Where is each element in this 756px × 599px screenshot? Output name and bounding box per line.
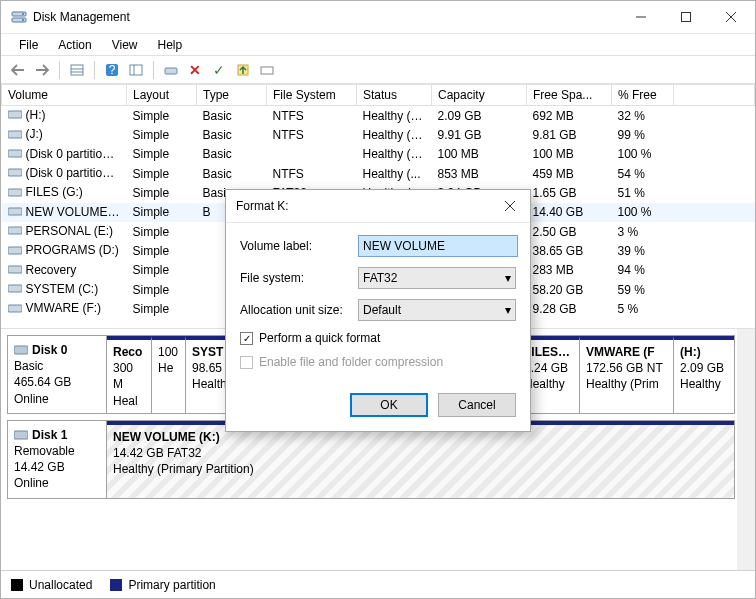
allocation-unit-select[interactable]: Default▾ — [358, 299, 516, 321]
svg-rect-18 — [8, 150, 22, 157]
svg-rect-15 — [261, 67, 273, 74]
disk0-header[interactable]: Disk 0 Basic 465.64 GB Online — [7, 335, 107, 414]
legend-unallocated: Unallocated — [11, 578, 92, 592]
column-header[interactable]: Type — [197, 85, 267, 106]
menubar: File Action View Help — [1, 34, 755, 56]
column-header[interactable]: Status — [357, 85, 432, 106]
view-list-icon[interactable] — [66, 59, 88, 81]
file-system-label: File system: — [240, 271, 358, 285]
svg-rect-28 — [14, 431, 28, 439]
attach-icon[interactable] — [232, 59, 254, 81]
svg-rect-5 — [681, 13, 690, 22]
svg-rect-27 — [14, 346, 28, 354]
menu-file[interactable]: File — [9, 36, 48, 54]
check-icon: ✓ — [240, 332, 253, 345]
window-title: Disk Management — [33, 10, 618, 24]
ok-button[interactable]: OK — [350, 393, 428, 417]
table-row[interactable]: (Disk 0 partition 5)SimpleBasicNTFSHealt… — [2, 164, 755, 183]
cancel-button[interactable]: Cancel — [438, 393, 516, 417]
forward-button[interactable] — [31, 59, 53, 81]
svg-text:?: ? — [109, 63, 116, 77]
legend-primary: Primary partition — [110, 578, 215, 592]
checkbox-empty-icon — [240, 356, 253, 369]
settings-icon[interactable] — [125, 59, 147, 81]
format-dialog: Format K: Volume label: File system: FAT… — [225, 189, 531, 432]
volume-label-label: Volume label: — [240, 239, 358, 253]
svg-rect-19 — [8, 169, 22, 176]
app-icon — [11, 9, 27, 25]
svg-rect-16 — [8, 111, 22, 118]
column-header[interactable]: Capacity — [432, 85, 527, 106]
dialog-title: Format K: — [236, 199, 498, 213]
column-header[interactable] — [674, 85, 755, 106]
partition-box[interactable]: VMWARE (F172.56 GB NTHealthy (Prim — [580, 336, 674, 413]
table-row[interactable]: (Disk 0 partition 2)SimpleBasicHealthy (… — [2, 145, 755, 164]
chevron-down-icon: ▾ — [505, 303, 511, 317]
svg-point-3 — [22, 19, 24, 21]
allocation-unit-label: Allocation unit size: — [240, 303, 358, 317]
svg-rect-25 — [8, 285, 22, 292]
column-header[interactable]: Volume — [2, 85, 127, 106]
titlebar: Disk Management — [1, 1, 755, 34]
column-header[interactable]: Layout — [127, 85, 197, 106]
svg-rect-11 — [130, 65, 142, 75]
svg-rect-6 — [71, 65, 83, 75]
svg-point-2 — [22, 13, 24, 15]
dialog-close-button[interactable] — [498, 196, 522, 216]
menu-view[interactable]: View — [102, 36, 148, 54]
legend: Unallocated Primary partition — [1, 570, 755, 598]
disk-icon[interactable] — [160, 59, 182, 81]
close-button[interactable] — [708, 3, 753, 32]
quick-format-checkbox[interactable]: ✓ Perform a quick format — [240, 331, 516, 345]
table-row[interactable]: (J:)SimpleBasicNTFSHealthy (P...9.91 GB9… — [2, 125, 755, 144]
back-button[interactable] — [7, 59, 29, 81]
svg-rect-13 — [165, 68, 177, 74]
menu-action[interactable]: Action — [48, 36, 101, 54]
disk1-header[interactable]: Disk 1 Removable 14.42 GB Online — [7, 420, 107, 499]
toolbar: ? ✕ ✓ — [1, 56, 755, 84]
partition-box[interactable]: (H:)2.09 GBHealthy — [674, 336, 734, 413]
column-header[interactable]: % Free — [612, 85, 674, 106]
chevron-down-icon: ▾ — [505, 271, 511, 285]
compression-checkbox: Enable file and folder compression — [240, 355, 516, 369]
menu-help[interactable]: Help — [148, 36, 193, 54]
partition-new-volume-k[interactable]: NEW VOLUME (K:) 14.42 GB FAT32 Healthy (… — [107, 421, 734, 498]
minimize-button[interactable] — [618, 3, 663, 32]
disk-management-window: Disk Management File Action View Help ? … — [0, 0, 756, 599]
svg-rect-22 — [8, 227, 22, 234]
column-header[interactable]: Free Spa... — [527, 85, 612, 106]
volume-label-input[interactable] — [358, 235, 518, 257]
column-header[interactable]: File System — [267, 85, 357, 106]
partition-box[interactable]: Reco300 MHeal — [107, 336, 152, 413]
delete-icon[interactable]: ✕ — [184, 59, 206, 81]
check-icon[interactable]: ✓ — [208, 59, 230, 81]
help-icon[interactable]: ? — [101, 59, 123, 81]
svg-rect-24 — [8, 266, 22, 273]
svg-rect-20 — [8, 189, 22, 196]
svg-rect-17 — [8, 131, 22, 138]
file-system-select[interactable]: FAT32▾ — [358, 267, 516, 289]
maximize-button[interactable] — [663, 3, 708, 32]
svg-rect-26 — [8, 305, 22, 312]
svg-rect-23 — [8, 247, 22, 254]
detach-icon[interactable] — [256, 59, 278, 81]
partition-box[interactable]: 100He — [152, 336, 186, 413]
table-row[interactable]: (H:)SimpleBasicNTFSHealthy (P...2.09 GB6… — [2, 106, 755, 126]
svg-rect-21 — [8, 208, 22, 215]
dialog-titlebar: Format K: — [226, 190, 530, 223]
